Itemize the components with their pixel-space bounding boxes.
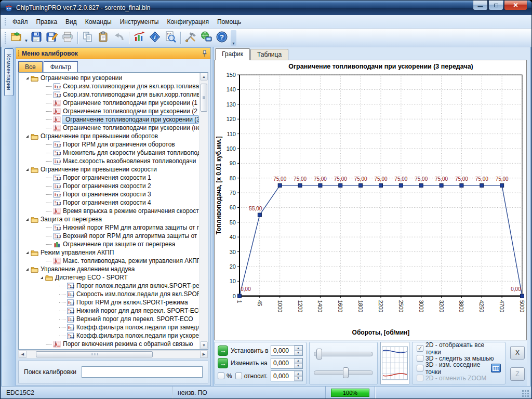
tree-item-21[interactable]: Режим управления АКПП [19, 248, 199, 257]
option-checkbox-2[interactable] [417, 365, 423, 371]
change-value-spinner[interactable]: 0,000 ▲▼ [271, 358, 303, 369]
scroll-right-icon[interactable]: ▶ [200, 351, 208, 358]
tree-item-5[interactable]: Ограничение топливоподачи при ускорении … [19, 115, 199, 124]
tree-item-11[interactable]: Ограничение при превышении скорости [19, 165, 199, 174]
slider-1-thumb[interactable] [316, 349, 322, 360]
expand-arrow-icon[interactable] [26, 77, 29, 79]
tree-item-14[interactable]: 1.2Порог ограничения скорости 3 [19, 190, 199, 198]
toolbar-print-button[interactable] [60, 30, 75, 46]
relative-value-spinner[interactable]: 0,000 ▲▼ [271, 370, 303, 381]
scroll-left-icon[interactable]: ◀ [19, 351, 26, 358]
toolbar-paste-button[interactable] [96, 30, 111, 46]
tree-item-12[interactable]: 1.2Порог ограничения скорости 1 [19, 174, 199, 182]
tree-item-27[interactable]: 1.2Порог RPM для включ.SPORT-режима [19, 298, 199, 307]
tree-item-25[interactable]: 1.2Порог полож.педали для включ.SPORT-ре… [19, 282, 199, 290]
menu-item-3[interactable]: Команды [81, 17, 116, 27]
scroll-up-icon[interactable]: ▲ [200, 73, 208, 81]
menu-item-0[interactable]: Файл [8, 17, 32, 27]
scroll-down-icon[interactable]: ▼ [200, 341, 208, 349]
title-bar[interactable]: ChipTuningPRO ver.7.2.0.827 - sorento_fi… [1, 1, 531, 15]
tree-item-26[interactable]: 1.2Скорость изм.полож.педали для вкл.SPO… [19, 290, 199, 298]
option-checkbox-3[interactable] [417, 375, 423, 381]
resize-grip[interactable] [522, 390, 529, 397]
expand-arrow-icon[interactable] [41, 276, 43, 279]
grid-edit-button[interactable] [491, 364, 501, 373]
toolbar-tools-button[interactable] [183, 30, 198, 46]
chart-tab-0[interactable]: График [215, 48, 250, 60]
toolbar-overflow-button[interactable]: ▾ [231, 30, 236, 46]
chart-tab-1[interactable]: Таблица [250, 49, 288, 60]
calibration-tab-1[interactable]: Фильтр [44, 61, 78, 72]
spin-down-icon[interactable]: ▼ [294, 363, 302, 368]
calibration-chart[interactable]: 0102030405060708090100110120130140150145… [215, 60, 526, 340]
expand-arrow-icon[interactable] [26, 218, 29, 221]
option-checkbox-0[interactable]: ✓ [417, 345, 423, 352]
toolbar-save-as-button[interactable] [44, 30, 60, 46]
comments-tab[interactable]: Комментарии [4, 48, 14, 96]
tree-item-29[interactable]: 1.2Верхний порог для перекл. SPORT-ECO [19, 315, 199, 323]
horizontal-slider-1[interactable] [314, 352, 373, 356]
close-button[interactable]: ✕ [504, 1, 527, 10]
percent-checkbox[interactable] [218, 373, 224, 379]
tree-vertical-scrollbar[interactable]: ▲ ▼ [200, 73, 208, 349]
menu-item-6[interactable]: Помощь [213, 17, 245, 27]
tree-scrollbar-thumb[interactable] [201, 84, 207, 112]
tree-item-22[interactable]: Макс. топливоподача, режим управления АК… [19, 257, 199, 265]
pin-icon[interactable] [201, 49, 208, 58]
calibration-tab-0[interactable]: Все [18, 61, 43, 73]
tree-item-17[interactable]: Защита от перегрева [19, 215, 199, 223]
spin-up-icon[interactable]: ▲ [294, 371, 302, 376]
tree-horizontal-scrollbar[interactable]: ◀ ▶ [18, 350, 208, 358]
toolbar-undo-button[interactable] [111, 30, 127, 46]
tree-item-8[interactable]: 1.2Порог RPM для ограничения оборотов [19, 140, 199, 149]
minimize-button[interactable]: ▬ [473, 1, 488, 10]
tree-item-19[interactable]: 1.2Верхний порог RPM для алгоритма защит… [19, 232, 199, 240]
set-value[interactable]: 0,000 [271, 347, 294, 354]
tree-item-24[interactable]: Диспетчер ECO - SPORT [19, 273, 199, 282]
calibration-panel-header[interactable]: Меню калибровок [16, 48, 210, 59]
menu-item-2[interactable]: Вид [61, 17, 81, 27]
maximize-button[interactable] [488, 1, 503, 10]
apply-change-button[interactable]: → [218, 358, 228, 368]
tree-item-4[interactable]: Ограничение топливоподачи при ускорении … [19, 107, 199, 115]
toolbar-info-button[interactable]: i [147, 30, 163, 46]
expand-arrow-icon[interactable] [26, 168, 29, 171]
expand-arrow-icon[interactable] [26, 268, 29, 271]
menu-item-5[interactable]: Конфигурация [163, 17, 213, 27]
spin-up-icon[interactable]: ▲ [294, 358, 302, 364]
tree-item-0[interactable]: Ограничение при ускорении [19, 74, 199, 82]
slider-2-thumb[interactable] [343, 367, 349, 378]
calibration-search-input[interactable] [82, 366, 203, 378]
toolbar-statistics-button[interactable] [131, 30, 147, 46]
toolbar-help-button[interactable]: ? [214, 30, 230, 46]
menu-item-4[interactable]: Инструменты [116, 17, 163, 27]
tree-item-16[interactable]: Время впрыска в режиме ограничения скоро… [19, 207, 199, 215]
change-value[interactable]: 0,000 [271, 360, 294, 367]
z-axis-button[interactable]: Z [510, 367, 525, 381]
tree-item-6[interactable]: Ограничение топливоподачи при ускорении … [19, 124, 199, 132]
horizontal-slider-2[interactable] [314, 370, 373, 375]
tree-item-15[interactable]: 1.2Порог ограничения скорости 4 [19, 198, 199, 207]
mini-chart-preview[interactable] [380, 342, 409, 384]
toolbar-web-update-button[interactable] [198, 30, 214, 46]
set-value-spinner[interactable]: 0,000 ▲▼ [271, 345, 303, 356]
expand-arrow-icon[interactable] [26, 135, 29, 138]
toolbar-zoom-document-button[interactable]: 110 [163, 30, 178, 46]
tree-item-1[interactable]: 1.2Скор.изм.топливоподачи для вкл.корр.т… [19, 82, 199, 90]
menu-item-1[interactable]: Правка [32, 17, 62, 27]
tree-item-30[interactable]: 1.2Коэфф.фильтра полож.педали при замедл… [19, 323, 199, 331]
tree-item-7[interactable]: Ограничение при превышении оборотов [19, 132, 199, 140]
apply-set-button[interactable]: → [218, 345, 228, 356]
relative-value[interactable]: 0,000 [271, 373, 294, 380]
spin-down-icon[interactable]: ▼ [294, 351, 302, 356]
spin-up-icon[interactable]: ▲ [294, 345, 302, 351]
toolbar-save-button[interactable] [29, 30, 44, 46]
tree-item-28[interactable]: 1.2Нижний порог для для перекл. SPORT-EC… [19, 307, 199, 315]
tree-item-13[interactable]: 1.2Порог ограничения скорости 2 [19, 182, 199, 190]
tree-hscrollbar-thumb[interactable] [36, 351, 153, 357]
tree-item-3[interactable]: Ограничение топливоподачи при ускорении … [19, 99, 199, 107]
tree-item-10[interactable]: 1.2Макс.скорость возобновления топливопо… [19, 157, 199, 165]
tree-item-18[interactable]: 1.2Нижний порог RPM для алгоритма защиты… [19, 223, 199, 232]
spin-down-icon[interactable]: ▼ [294, 376, 302, 381]
tree-item-31[interactable]: 1.2Коэфф.фильтра полож.педали при ускоре… [19, 331, 199, 340]
